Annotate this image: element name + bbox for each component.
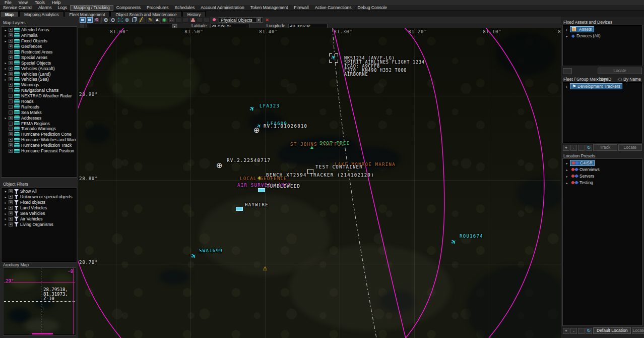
- map-layer-row[interactable]: ▸ × Vehicles (Sea): [2, 77, 76, 82]
- toolbar-button[interactable]: ◎: [124, 17, 130, 23]
- asset-action-button[interactable]: [563, 68, 572, 74]
- map-layer-row[interactable]: × Warnings: [2, 82, 76, 88]
- map-object-marker[interactable]: [263, 265, 268, 272]
- map-layer-row[interactable]: ▸ × Vehicles (Land): [2, 71, 76, 77]
- map-layer-row[interactable]: × Hurricane Watches and Warnings: [2, 137, 76, 143]
- expand-arrow-icon[interactable]: ▸: [4, 206, 7, 210]
- map-layer-row[interactable]: ▸ × Fixed Objects: [2, 38, 76, 44]
- layer-checkbox[interactable]: [9, 88, 13, 92]
- map-object-label[interactable]: LOCAL GEOFENCE: [240, 177, 287, 181]
- toolbar-button[interactable]: ∴: [168, 17, 174, 23]
- toolbar-button[interactable]: ╱: [138, 17, 144, 23]
- preset-row[interactable]: ▸ Overviews: [564, 166, 640, 173]
- toolbar-button[interactable]: [131, 17, 137, 23]
- map-object-marker[interactable]: [253, 126, 260, 135]
- layer-checkbox[interactable]: ×: [9, 61, 13, 65]
- object-filter-row[interactable]: ▸ × Unknown or special objects: [2, 194, 76, 200]
- refresh-icon[interactable]: ↻: [586, 145, 592, 151]
- toolbar-button[interactable]: ⚙: [94, 17, 100, 23]
- toolbar-button[interactable]: [204, 17, 210, 23]
- map-object-marker[interactable]: [236, 207, 243, 211]
- radio-by-name[interactable]: By Name: [618, 77, 641, 82]
- expand-arrow-icon[interactable]: ▸: [4, 217, 7, 220]
- map-layer-row[interactable]: ▸ × Affected Areas: [2, 27, 76, 33]
- map-layer-row[interactable]: ▸ × Special Objects: [2, 60, 76, 66]
- module-menu-item[interactable]: Mapping / Tracking: [70, 5, 113, 11]
- map-layer-row[interactable]: ▸ × Animalia: [2, 33, 76, 38]
- layer-checkbox[interactable]: ×: [9, 55, 13, 60]
- layer-checkbox[interactable]: ×: [9, 50, 13, 54]
- latitude-input[interactable]: [210, 24, 249, 28]
- map-object-label[interactable]: SWA1699: [199, 249, 223, 253]
- map-tab[interactable]: Mapping Analytics: [19, 11, 64, 17]
- module-menu-item[interactable]: Logs: [55, 5, 70, 11]
- filter-checkbox[interactable]: ×: [9, 200, 13, 204]
- map-layer-row[interactable]: Sea Marks: [2, 109, 76, 115]
- map-layer-row[interactable]: × Hurricane Prediction Track: [2, 143, 76, 148]
- toolbar-button[interactable]: [189, 17, 196, 23]
- locate-fleet-button[interactable]: Locate: [618, 144, 642, 151]
- object-filter-row[interactable]: ▸ × Fixed objects: [2, 200, 76, 205]
- remove-button[interactable]: -: [570, 145, 577, 151]
- module-menu-item[interactable]: Account Administration: [198, 5, 247, 11]
- map-layer-row[interactable]: Roads: [2, 99, 76, 104]
- layer-checkbox[interactable]: ×: [9, 132, 13, 136]
- module-menu-item[interactable]: Service Control: [0, 5, 35, 11]
- module-menu-item[interactable]: Firewall: [291, 5, 311, 11]
- module-menu-item[interactable]: Token Management: [247, 5, 291, 11]
- toolbar-button[interactable]: [101, 17, 102, 23]
- blank-button[interactable]: [578, 328, 585, 334]
- module-menu-item[interactable]: Alarms: [35, 5, 54, 11]
- expand-arrow-icon[interactable]: ▸: [565, 161, 568, 165]
- refresh-icon[interactable]: ↻: [586, 328, 592, 334]
- module-menu-item[interactable]: Procedures: [144, 5, 171, 11]
- map-object-marker[interactable]: [329, 53, 338, 63]
- asset-row[interactable]: ▸ Assets: [564, 26, 640, 32]
- expand-arrow-icon[interactable]: ▸: [4, 67, 7, 70]
- expand-arrow-icon[interactable]: ▸: [4, 28, 7, 32]
- map-object-label[interactable]: TUMBLEWEED: [267, 184, 300, 188]
- toolbar-button[interactable]: [80, 17, 86, 23]
- toolbar-button[interactable]: ◉: [161, 17, 167, 23]
- asset-row[interactable]: ▸ ◆ Devices (All): [564, 33, 640, 39]
- radio-by-id[interactable]: By ID: [596, 77, 611, 82]
- remove-button[interactable]: -: [570, 328, 577, 334]
- layer-checkbox[interactable]: ×: [9, 39, 13, 43]
- layer-checkbox[interactable]: ×: [9, 83, 13, 87]
- locate-asset-button[interactable]: Locate: [598, 68, 642, 74]
- locate-preset-button[interactable]: Locate: [632, 327, 644, 334]
- expand-arrow-icon[interactable]: ▸: [4, 34, 7, 37]
- filter-checkbox[interactable]: ×: [9, 206, 13, 210]
- fleet-row[interactable]: ▸ ⚑ Development Trackers: [564, 83, 640, 89]
- longitude-input[interactable]: [288, 24, 328, 28]
- map-object-marker[interactable]: [258, 188, 265, 192]
- menu-item[interactable]: Tools: [31, 0, 48, 5]
- expand-arrow-icon[interactable]: ▸: [565, 85, 568, 88]
- expand-arrow-icon[interactable]: ▸: [4, 61, 7, 65]
- map-object-label[interactable]: TEST CONTAINER: [315, 165, 363, 169]
- preset-row[interactable]: ▸ C4ISR: [564, 160, 640, 166]
- map-tab[interactable]: History: [182, 11, 206, 17]
- module-menu-item[interactable]: Schedules: [172, 5, 198, 11]
- layer-checkbox[interactable]: [9, 99, 13, 103]
- map-tab[interactable]: Fleet Management: [65, 11, 110, 17]
- layer-checkbox[interactable]: ×: [9, 116, 13, 120]
- layer-checkbox[interactable]: ×: [9, 44, 13, 48]
- filter-checkbox[interactable]: ×: [9, 195, 13, 199]
- map-object-label[interactable]: SCOT FREE: [319, 141, 350, 145]
- preset-row[interactable]: ▸ Servers: [564, 173, 640, 179]
- object-filter-row[interactable]: ▸ × Land Vehicles: [2, 205, 76, 211]
- expand-arrow-icon[interactable]: ▸: [4, 116, 7, 120]
- map-layer-row[interactable]: Railroads: [2, 104, 76, 109]
- toolbar-button[interactable]: ⊖: [110, 17, 116, 23]
- expand-arrow-icon[interactable]: ▸: [565, 181, 568, 185]
- layer-checkbox[interactable]: ×: [9, 143, 13, 147]
- expand-arrow-icon[interactable]: ▸: [565, 175, 568, 178]
- map-layer-row[interactable]: Navigational Charts: [2, 88, 76, 93]
- expand-arrow-icon[interactable]: ▸: [4, 212, 7, 215]
- toolbar-button[interactable]: [145, 17, 146, 23]
- map-layer-row[interactable]: × Hurricane Prediction Cone: [2, 132, 76, 137]
- map-object-marker[interactable]: [451, 238, 457, 246]
- expand-arrow-icon[interactable]: ▸: [4, 78, 7, 81]
- aux-scrollbar[interactable]: [32, 333, 53, 334]
